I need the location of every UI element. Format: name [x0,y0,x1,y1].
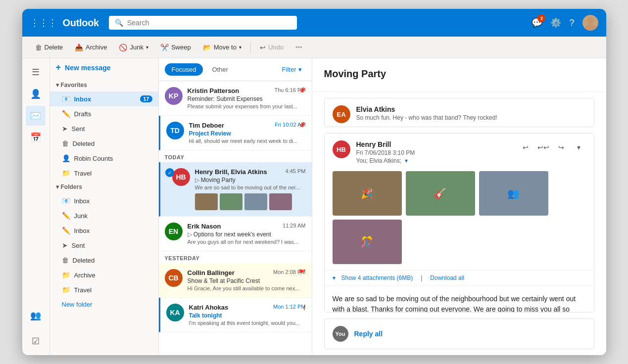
archive-folder-icon: 📁 [62,271,70,279]
more-button[interactable]: ••• [290,41,307,53]
travel-icon: 📁 [62,169,70,177]
more-actions-button[interactable]: ▾ [572,140,586,154]
undo-button[interactable]: ↩ Undo [255,41,289,54]
undo-icon: ↩ [260,44,266,51]
sidebar-item-drafts[interactable]: ✏️ Drafts [50,106,158,121]
section-yesterday: Yesterday [159,251,312,263]
search-box[interactable]: 🔍 [109,16,297,30]
sidebar: + New message ▾ Favorites 📧 Inbox 17 ✏️ … [50,58,159,355]
detail-messages: EA Elvia Atkins So much fun. Hey - who w… [312,92,606,355]
iconbar-mail[interactable]: ✉️ [26,106,46,126]
action-toolbar: 🗑 Delete 📥 Archive 🚫 Junk ▾ ✂️ Sweep 📂 M… [22,37,606,58]
junk-folder-icon: ✏️ [62,212,70,220]
email-item-erik[interactable]: EN Erik Nason 11:29 AM ▷ Options for nex… [159,217,312,251]
detail-header: Moving Party [312,58,606,92]
user-avatar[interactable] [582,15,598,31]
msg-avatar-elvia: EA [333,105,350,123]
grid-icon[interactable]: ⋮⋮⋮ [30,17,57,28]
iconbar-tasks[interactable]: ☑ [26,331,46,351]
sidebar-item-inbox[interactable]: 📧 Inbox 17 [50,91,158,106]
email-item-collin[interactable]: CB Collin Ballinger Mon 2:08 PM Show & T… [159,263,312,298]
main-area: ☰ 👤 ✉️ 📅 👥 ☑ + New message [22,58,606,355]
iconbar-people[interactable]: 👤 [26,84,46,104]
notification-badge: 2 [537,14,545,22]
favorites-header[interactable]: ▾ Favorites [50,79,158,91]
reply-all-button[interactable]: ↩↩ [536,140,550,154]
search-icon: 🔍 [115,19,123,27]
sidebar-item-travel-fav[interactable]: 📁 Travel [50,166,158,181]
message-card-henry: HB Henry Brill Fri 7/06/2018 3:10 PM You… [324,133,594,313]
message-header-elvia: EA Elvia Atkins So much fun. Hey - who w… [325,98,594,127]
sidebar-item-archive[interactable]: 📁 Archive [50,268,158,282]
delete-icon: 🗑 [35,44,42,51]
new-message-button[interactable]: + New message [50,58,158,77]
email-item-katri[interactable]: KA Katri Ahokas Mon 1:12 PM Talk tonight… [159,298,312,332]
sidebar-item-deleted[interactable]: 🗑 Deleted [50,136,158,151]
app-window: ⋮⋮⋮ Outlook 🔍 💬 2 ⚙️ ? 🗑 Delete 📥 Archiv… [22,9,606,355]
message-header-henry: HB Henry Brill Fri 7/06/2018 3:10 PM You… [325,134,594,171]
filter-button[interactable]: Filter ▾ [278,64,306,75]
inbox2-icon: ✏️ [62,227,70,234]
email-items-list: KP Kristin Patterson Thu 6:16 PM Reminde… [159,81,312,355]
message-body-henry: We are so sad to be moving out of the ne… [325,285,594,313]
avatar-erik: EN [165,223,183,240]
help-button[interactable]: ? [569,18,574,28]
pin-icon-tim: 📌 [298,122,306,129]
msg-img-1: 🎉 [333,171,402,216]
email-item-kristin[interactable]: KP Kristin Patterson Thu 6:16 PM Reminde… [159,81,312,116]
deleted-icon: 🗑 [62,139,69,147]
iconbar-calendar[interactable]: 📅 [26,128,46,147]
email-item-henry[interactable]: ✓ HB Henry Brill, Elvia Atkins 4:45 PM ▷… [159,162,312,217]
email-item-tim[interactable]: TD Tim Deboer Fri 10:02 AM Project Revie… [159,116,312,150]
attachment-bar[interactable]: ▾ Show 4 attachments (6MB) | Download al… [325,270,594,285]
tab-focused[interactable]: Focused [165,63,203,76]
new-folder-link[interactable]: New folder [50,297,158,312]
reply-button[interactable]: ↩ [519,140,532,154]
skype-button[interactable]: 💬 2 [531,17,542,28]
inbox-icon: 📧 [62,95,70,103]
junk-icon: 🚫 [119,44,127,51]
inbox-count-badge: 17 [140,95,152,102]
junk-button[interactable]: 🚫 Junk ▾ [114,41,153,54]
topbar: ⋮⋮⋮ Outlook 🔍 💬 2 ⚙️ ? [22,9,606,37]
email-content-henry: Henry Brill, Elvia Atkins 4:45 PM ▷ Movi… [195,168,306,210]
email-content-kristin: Kristin Patterson Thu 6:16 PM Reminder: … [188,87,306,109]
avatar-tim: TD [166,122,184,139]
drafts-icon: ✏️ [62,110,70,118]
reply-all-bar[interactable]: You Reply all [324,318,594,349]
settings-button[interactable]: ⚙️ [550,17,561,28]
sidebar-item-sent[interactable]: ➤ Sent [50,121,158,136]
iconbar-menu[interactable]: ☰ [26,62,46,82]
section-today: Today [159,150,312,162]
expand-recipients-btn[interactable]: ▾ [405,157,408,164]
sidebar-item-travel[interactable]: 📁 Travel [50,282,158,297]
archive-icon: 📥 [75,44,83,51]
sidebar-item-folders-deleted[interactable]: 🗑 Deleted [50,253,158,268]
avatar-henry: HB [172,168,190,186]
avatar-collin: CB [165,269,183,287]
sidebar-item-folders-inbox[interactable]: 📧 Inbox [50,193,158,208]
move-to-button[interactable]: 📂 Move to ▾ [198,41,246,54]
plus-icon: + [56,62,61,73]
archive-button[interactable]: 📥 Archive [70,41,112,54]
message-images: 🎉 🎸 👥 🎊 [325,171,594,270]
forward-button[interactable]: ↪ [554,140,568,154]
email-content-tim: Tim Deboer Fri 10:02 AM Project Review H… [189,122,306,144]
topbar-right: 💬 2 ⚙️ ? [531,15,598,31]
msg-avatar-henry: HB [333,140,350,158]
sweep-button[interactable]: ✂️ Sweep [155,41,196,54]
search-input[interactable] [127,19,291,27]
sidebar-item-folders-inbox2[interactable]: ✏️ Inbox [50,223,158,238]
delete-button[interactable]: 🗑 Delete [30,41,68,54]
tab-other[interactable]: Other [205,63,235,76]
svg-point-0 [587,17,594,24]
reply-all-label: Reply all [354,330,383,338]
email-detail: Moving Party EA Elvia Atkins So much fun… [312,58,606,355]
focused-tabs-bar: Focused Other Filter ▾ [159,58,312,81]
sidebar-item-folders-sent[interactable]: ➤ Sent [50,238,158,253]
sidebar-item-robin[interactable]: 👤 Robin Counts [50,151,158,166]
iconbar-contact[interactable]: 👥 [26,306,46,325]
folders-header[interactable]: ▾ Folders [50,181,158,193]
sidebar-item-junk[interactable]: ✏️ Junk [50,208,158,223]
email-content-katri: Katri Ahokas Mon 1:12 PM Talk tonight I'… [189,304,306,326]
